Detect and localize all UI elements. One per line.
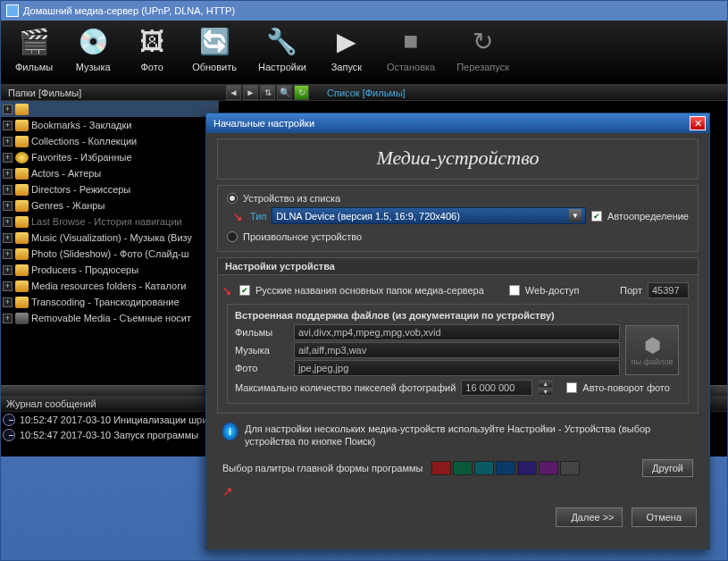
folder-icon bbox=[15, 248, 29, 260]
tree-item[interactable]: +Genres - Жанры bbox=[1, 197, 218, 214]
tree-label: Collections - Коллекции bbox=[31, 136, 137, 147]
folder-icon bbox=[15, 120, 29, 131]
main-toolbar: 🎬Фильмы💿Музыка🖼Фото🔄Обновить🔧Настройки▶З… bbox=[1, 21, 727, 85]
autodetect-checkbox[interactable]: ✔ bbox=[591, 211, 602, 222]
expand-icon[interactable]: + bbox=[3, 105, 13, 114]
movies-field[interactable]: avi,divx,mp4,mpeg,mpg,vob,xvid bbox=[294, 324, 620, 340]
main-titlebar: Домашний медиа-сервер (UPnP, DLNA, HTTP) bbox=[1, 1, 727, 21]
tree-item[interactable]: +Favorites - Избранные bbox=[1, 149, 218, 165]
tree-item[interactable]: +Transcoding - Транскодирование bbox=[1, 294, 218, 310]
music-field[interactable]: aif,aiff,mp3,wav bbox=[294, 342, 620, 358]
folder-tree[interactable]: ++Bookmarks - Закладки+Collections - Кол… bbox=[1, 101, 219, 385]
toolbar-Запуск[interactable]: ▶Запуск bbox=[328, 22, 365, 84]
expand-icon[interactable]: + bbox=[3, 249, 13, 259]
web-access-checkbox[interactable] bbox=[509, 285, 520, 296]
list-search-button[interactable]: 🔍 bbox=[277, 85, 292, 100]
tree-label: Actors - Актеры bbox=[31, 168, 101, 179]
toolbar-label: Музыка bbox=[76, 62, 111, 72]
list-sort-button[interactable]: ⇅ bbox=[260, 85, 275, 100]
tree-item[interactable]: +Directors - Режиссеры bbox=[1, 181, 218, 197]
toolbar-icon: ■ bbox=[392, 22, 430, 60]
expand-icon[interactable]: + bbox=[3, 217, 13, 227]
autorotate-checkbox[interactable] bbox=[566, 382, 577, 393]
device-settings-title: Настройки устройства bbox=[218, 258, 698, 275]
device-from-list-radio[interactable] bbox=[227, 193, 238, 204]
maxpx-down-button[interactable]: ▼ bbox=[538, 388, 553, 396]
expand-icon[interactable]: + bbox=[3, 314, 13, 323]
custom-device-radio[interactable] bbox=[227, 231, 238, 242]
expand-icon[interactable]: + bbox=[3, 233, 13, 243]
toolbar-icon: 🔧 bbox=[264, 22, 301, 60]
palette-swatch[interactable] bbox=[431, 461, 451, 475]
expand-icon[interactable]: + bbox=[3, 281, 13, 291]
movies-label: Фильмы bbox=[235, 327, 289, 338]
folder-icon bbox=[15, 264, 29, 276]
close-icon[interactable]: ✕ bbox=[690, 116, 706, 130]
file-types-button[interactable]: ⬢пы файлов bbox=[625, 325, 679, 375]
device-type-select[interactable]: DLNA Device (версия 1.5, 16:9, 720x406) … bbox=[272, 207, 586, 224]
palette-swatch[interactable] bbox=[517, 461, 537, 475]
palette-swatch[interactable] bbox=[560, 461, 580, 475]
expand-icon[interactable]: + bbox=[3, 185, 13, 195]
dialog-titlebar[interactable]: Начальные настройки ✕ bbox=[206, 113, 709, 133]
palette-other-button[interactable]: Другой bbox=[642, 459, 693, 477]
palette-swatch[interactable] bbox=[453, 461, 473, 475]
tree-item[interactable]: + bbox=[1, 101, 218, 117]
tree-item[interactable]: +Photo (Slideshow) - Фото (Слайд-ш bbox=[1, 246, 218, 262]
chevron-down-icon[interactable]: ▼ bbox=[569, 209, 582, 222]
device-settings-group: Настройки устройства ↘ ✔ Русские названи… bbox=[217, 257, 699, 414]
tree-item[interactable]: +Removable Media - Съемные носит bbox=[1, 310, 218, 326]
web-access-label: Web-доступ bbox=[525, 285, 580, 296]
maxpx-up-button[interactable]: ▲ bbox=[538, 380, 553, 388]
toolbar-Перезапуск[interactable]: ↻Перезапуск bbox=[456, 22, 509, 84]
toolbar-icon: 💿 bbox=[74, 22, 112, 60]
expand-icon[interactable]: + bbox=[3, 265, 13, 275]
expand-icon[interactable]: + bbox=[3, 297, 13, 307]
tree-item[interactable]: +Media resources folders - Каталоги bbox=[1, 278, 218, 294]
type-label[interactable]: Тип bbox=[250, 211, 266, 222]
list-back-button[interactable]: ◄ bbox=[226, 85, 241, 100]
ru-names-checkbox[interactable]: ✔ bbox=[239, 285, 250, 296]
tree-item[interactable]: +Bookmarks - Закладки bbox=[1, 117, 218, 133]
palette-swatch[interactable] bbox=[474, 461, 494, 475]
autorotate-label: Авто-поворот фото bbox=[582, 382, 670, 393]
toolbar-Фото[interactable]: 🖼Фото bbox=[133, 22, 171, 84]
expand-icon[interactable]: + bbox=[3, 169, 13, 179]
toolbar-Обновить[interactable]: 🔄Обновить bbox=[192, 22, 237, 84]
list-header[interactable]: Список [Фильмы] bbox=[327, 88, 406, 98]
palette-swatch[interactable] bbox=[496, 461, 515, 475]
toolbar-Настройки[interactable]: 🔧Настройки bbox=[258, 22, 306, 84]
folders-header[interactable]: Папки [Фильмы] bbox=[8, 88, 81, 98]
tree-item[interactable]: +Music (Visualization) - Музыка (Визу bbox=[1, 230, 218, 246]
palette-swatch[interactable] bbox=[539, 461, 558, 475]
expand-icon[interactable]: + bbox=[3, 137, 13, 147]
toolbar-label: Настройки bbox=[258, 62, 306, 72]
photo-label: Фото bbox=[235, 363, 289, 373]
log-header: Журнал сообщений bbox=[6, 398, 96, 409]
cancel-button[interactable]: Отмена bbox=[632, 507, 697, 527]
toolbar-Остановка[interactable]: ■Остановка bbox=[387, 22, 435, 84]
list-fwd-button[interactable]: ► bbox=[243, 85, 258, 100]
tree-item[interactable]: +Last Browse - История навигации bbox=[1, 214, 218, 230]
tree-item[interactable]: +Actors - Актеры bbox=[1, 165, 218, 181]
port-label: Порт bbox=[620, 285, 642, 296]
info-icon: i bbox=[222, 423, 238, 440]
expand-icon[interactable]: + bbox=[3, 201, 13, 211]
log-text: 10:52:47 2017-03-10 Инициализации шри bbox=[20, 414, 207, 425]
maxpx-field[interactable]: 16 000 000 bbox=[461, 380, 532, 396]
expand-icon[interactable]: + bbox=[3, 121, 13, 130]
app-icon bbox=[6, 4, 19, 17]
toolbar-Музыка[interactable]: 💿Музыка bbox=[74, 22, 112, 84]
expand-icon[interactable]: + bbox=[3, 153, 13, 163]
tree-label: Favorites - Избранные bbox=[31, 152, 132, 163]
port-field[interactable]: 45397 bbox=[648, 282, 689, 298]
tree-item[interactable]: +Collections - Коллекции bbox=[1, 133, 218, 149]
folder-icon bbox=[15, 216, 29, 228]
next-button[interactable]: Далее >> bbox=[556, 507, 622, 527]
tree-item[interactable]: +Producers - Продюсеры bbox=[1, 262, 218, 278]
folder-icon bbox=[15, 184, 29, 196]
toolbar-Фильмы[interactable]: 🎬Фильмы bbox=[15, 22, 53, 84]
photo-field[interactable]: jpe,jpeg,jpg bbox=[294, 360, 620, 376]
list-refresh-button[interactable]: ↻ bbox=[294, 85, 309, 100]
clock-icon bbox=[3, 429, 15, 441]
